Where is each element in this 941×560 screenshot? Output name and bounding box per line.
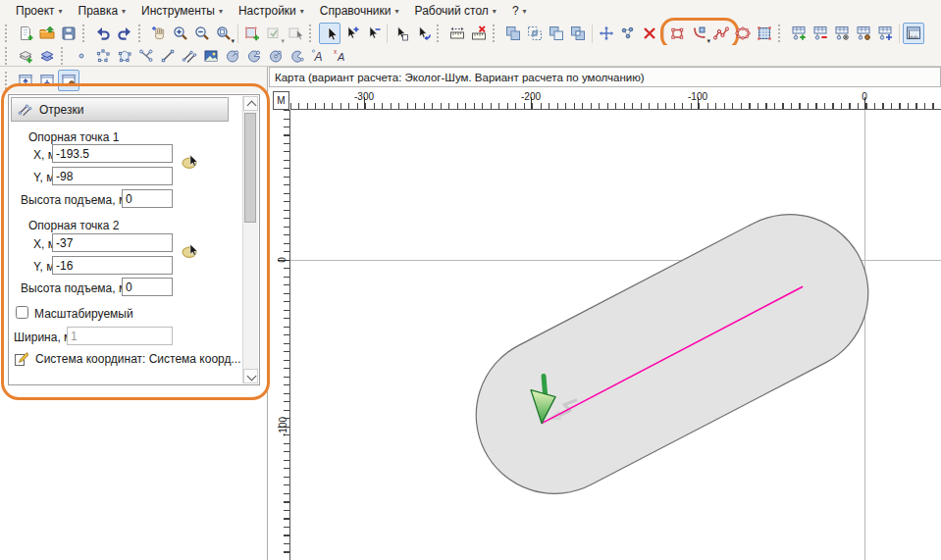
shape-union-button[interactable]	[502, 23, 524, 44]
sector-wedge-button[interactable]	[287, 45, 308, 67]
node-delete-button[interactable]	[810, 23, 831, 44]
draw-polygon-icon	[95, 48, 111, 64]
menu-edit[interactable]: Правка▾	[71, 2, 134, 20]
layer-list-button[interactable]	[36, 45, 58, 67]
scroll-up-button[interactable]	[243, 96, 258, 111]
node-add-button[interactable]	[788, 23, 810, 44]
draw-cut-button[interactable]	[135, 45, 157, 67]
point2-pick-button[interactable]	[180, 241, 199, 261]
toolbar-grip	[5, 25, 11, 42]
toolbar-grip	[5, 47, 11, 65]
measure-delete-button[interactable]	[468, 23, 490, 44]
select-remove-icon	[365, 25, 381, 41]
draw-line-button[interactable]	[157, 45, 179, 67]
undo-button[interactable]	[92, 23, 114, 44]
toolbar-group	[788, 23, 896, 44]
delete-object-button[interactable]	[639, 23, 660, 44]
frame-select-button[interactable]	[285, 23, 306, 44]
shape-subtract-button[interactable]	[546, 23, 567, 44]
node-fill-button[interactable]	[853, 23, 874, 44]
open-project-button[interactable]	[36, 23, 58, 44]
undo-icon	[95, 25, 111, 41]
point1-x-input[interactable]	[52, 144, 173, 163]
draw-segments-button[interactable]	[179, 45, 200, 67]
move-object-button[interactable]	[596, 23, 617, 44]
h-ruler-ticks	[290, 103, 941, 109]
panel-next-button[interactable]	[36, 70, 58, 91]
select-cursor-button[interactable]	[319, 23, 340, 44]
capsule-object[interactable]	[448, 187, 895, 521]
panel-scrollbar[interactable]	[242, 96, 258, 383]
draw-image-button[interactable]	[200, 45, 222, 67]
select-page-button[interactable]	[391, 23, 412, 44]
toolbar-grip	[61, 47, 67, 65]
menu-settings[interactable]: Настройки▾	[231, 2, 312, 20]
edit-icon	[14, 351, 29, 367]
edit-polyline-button[interactable]	[710, 23, 732, 44]
scalable-checkbox[interactable]	[16, 306, 28, 319]
point2-y-input[interactable]	[52, 256, 173, 275]
text-index-button[interactable]	[330, 45, 351, 67]
scroll-down-button[interactable]	[243, 369, 258, 383]
pan-icon	[151, 25, 167, 41]
shape-intersect-button[interactable]	[524, 23, 546, 44]
zoom-out-button[interactable]	[191, 23, 213, 44]
sector-wedge-icon	[289, 48, 305, 64]
map-canvas[interactable]	[290, 110, 941, 560]
menu-tools[interactable]: Инструменты▾	[133, 2, 231, 20]
menu-project[interactable]: Проект▾	[8, 2, 71, 20]
zoom-in-button[interactable]	[170, 23, 191, 44]
menu-label: Инструменты	[141, 4, 215, 18]
v-ruler-tick-label: 0	[278, 257, 288, 263]
point2-x-input[interactable]	[52, 233, 173, 252]
select-back-button[interactable]	[412, 23, 434, 44]
redo-icon	[117, 25, 132, 41]
new-document-button[interactable]	[15, 23, 36, 44]
object-nodes-button[interactable]	[617, 23, 639, 44]
panel-prev-button[interactable]	[15, 70, 36, 91]
sector-open-button[interactable]	[243, 45, 265, 67]
pan-button[interactable]	[148, 23, 170, 44]
draw-point-button[interactable]	[71, 45, 92, 67]
select-page-icon	[393, 25, 409, 41]
edit-arc-icon	[692, 25, 707, 41]
toolbar-group	[15, 70, 79, 91]
point1-y-input[interactable]	[52, 167, 173, 185]
save-button[interactable]	[58, 23, 79, 44]
point1-height-input[interactable]	[122, 189, 173, 208]
scrollbar-thumb[interactable]	[244, 113, 256, 223]
select-add-button[interactable]	[340, 23, 362, 44]
ellipse-nodes-button[interactable]	[732, 23, 754, 44]
zoom-extent-button[interactable]: ▾	[213, 23, 235, 44]
panel-pin-button[interactable]	[58, 70, 79, 91]
select-remove-button[interactable]	[362, 23, 384, 44]
text-label-button[interactable]	[308, 45, 330, 67]
horizontal-ruler: -300-200-1000	[290, 91, 941, 110]
layer-add-button[interactable]	[15, 45, 36, 67]
shape-exclude-button[interactable]	[567, 23, 589, 44]
menu-references[interactable]: Справочники▾	[312, 2, 407, 20]
draw-polygon-button[interactable]	[92, 45, 114, 67]
point1-pick-button[interactable]	[180, 152, 199, 172]
redo-button[interactable]	[114, 23, 135, 44]
frame-add-button[interactable]	[241, 23, 263, 44]
menu-desktop[interactable]: Рабочий стол▾	[407, 2, 504, 20]
edit-rectangle-button[interactable]	[667, 23, 689, 44]
ruler-panel-button[interactable]	[903, 23, 924, 44]
node-select-icon	[834, 25, 850, 41]
edit-arc-button[interactable]: ▾	[689, 23, 710, 44]
draw-polygon-alt-icon	[117, 48, 132, 64]
sector-center-button[interactable]	[265, 45, 287, 67]
point2-height-input[interactable]	[122, 278, 173, 296]
region-mesh-button[interactable]	[754, 23, 775, 44]
node-move-button[interactable]	[874, 23, 896, 44]
coord-system-row[interactable]: Система координат: Система коорд...	[14, 351, 241, 367]
node-select-button[interactable]	[831, 23, 853, 44]
menu-help[interactable]: ?▾	[504, 2, 535, 20]
draw-polygon-alt-button[interactable]	[114, 45, 135, 67]
sector-radius-button[interactable]	[222, 45, 243, 67]
frame-apply-button[interactable]: ▾	[263, 23, 285, 44]
main-area: Отрезки Опорная точка 1 X, м Y, м Высота…	[0, 67, 941, 560]
menu-label: ?	[512, 4, 519, 18]
measure-ruler-button[interactable]	[446, 23, 468, 44]
